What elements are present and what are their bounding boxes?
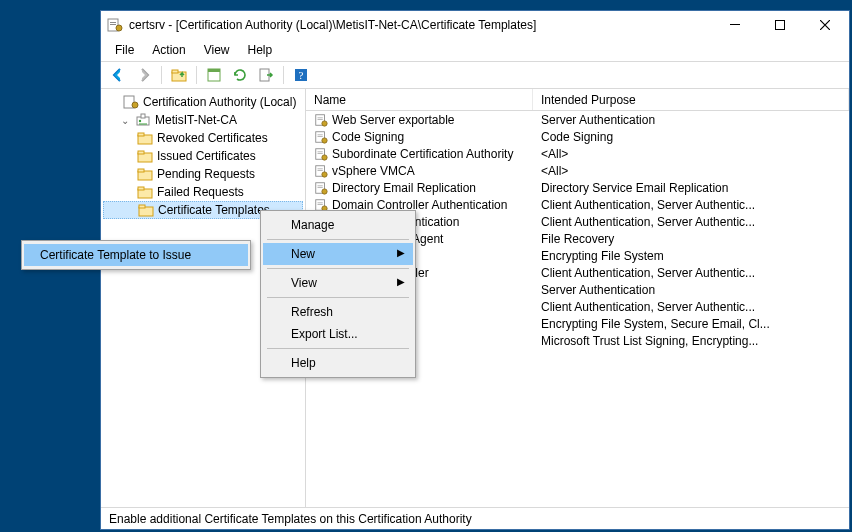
context-menu-separator: [267, 297, 409, 298]
svg-rect-45: [318, 185, 323, 186]
context-menu-export-list[interactable]: Export List...: [263, 323, 413, 345]
list-row[interactable]: vSphere VMCA<All>: [306, 162, 849, 179]
cell-purpose: File Recovery: [533, 232, 849, 246]
svg-rect-38: [318, 153, 323, 154]
cell-name: Code Signing: [306, 130, 533, 144]
folder-icon: [138, 202, 154, 218]
svg-rect-25: [138, 187, 144, 190]
cell-purpose: Server Authentication: [533, 283, 849, 297]
collapse-icon[interactable]: ⌄: [119, 115, 131, 126]
nav-back-button[interactable]: [107, 64, 129, 86]
certificate-template-icon: [314, 147, 328, 161]
cell-purpose: <All>: [533, 164, 849, 178]
svg-point-17: [139, 120, 141, 122]
refresh-button[interactable]: [229, 64, 251, 86]
svg-rect-33: [318, 134, 323, 135]
svg-point-47: [322, 188, 327, 193]
context-menu-view[interactable]: View ▶: [263, 272, 413, 294]
tree-ca[interactable]: ⌄ MetisIT-Net-CA: [103, 111, 303, 129]
svg-rect-50: [318, 204, 323, 205]
submenu-label: Certificate Template to Issue: [40, 248, 191, 262]
folder-icon: [137, 166, 153, 182]
tree-ca-label: MetisIT-Net-CA: [155, 113, 237, 127]
close-button[interactable]: [802, 11, 847, 39]
ca-root-icon: [123, 94, 139, 110]
cell-purpose: Client Authentication, Server Authentic.…: [533, 215, 849, 229]
certificate-template-icon: [314, 181, 328, 195]
svg-text:?: ?: [299, 69, 304, 81]
svg-rect-30: [318, 119, 323, 120]
menu-help[interactable]: Help: [240, 41, 281, 59]
tree-item-label: Certificate Templates: [158, 203, 270, 217]
svg-rect-21: [138, 151, 144, 154]
column-purpose[interactable]: Intended Purpose: [533, 89, 849, 110]
tree-item-label: Failed Requests: [157, 185, 244, 199]
context-menu-help[interactable]: Help: [263, 352, 413, 374]
context-menu-label: Refresh: [291, 305, 333, 319]
minimize-button[interactable]: [712, 11, 757, 39]
tree-failed[interactable]: Failed Requests: [103, 183, 303, 201]
nav-forward-button[interactable]: [133, 64, 155, 86]
tree-issued[interactable]: Issued Certificates: [103, 147, 303, 165]
cell-name: Directory Email Replication: [306, 181, 533, 195]
up-level-button[interactable]: [168, 64, 190, 86]
svg-rect-42: [318, 170, 323, 171]
cell-purpose: <All>: [533, 147, 849, 161]
cell-purpose: Encrypting File System, Secure Email, Cl…: [533, 317, 849, 331]
toolbar-separator: [161, 66, 162, 84]
svg-point-39: [322, 154, 327, 159]
tree-item-label: Pending Requests: [157, 167, 255, 181]
list-row[interactable]: Code SigningCode Signing: [306, 128, 849, 145]
toolbar-separator: [283, 66, 284, 84]
export-list-button[interactable]: [255, 64, 277, 86]
toolbar-separator: [196, 66, 197, 84]
tree-root-label: Certification Authority (Local): [143, 95, 296, 109]
svg-rect-49: [318, 202, 323, 203]
menu-view[interactable]: View: [196, 41, 238, 59]
svg-point-31: [322, 120, 327, 125]
column-name[interactable]: Name: [306, 89, 533, 110]
context-menu[interactable]: Manage New ▶ View ▶ Refresh Export List.…: [260, 210, 416, 378]
cell-name: Web Server exportable: [306, 113, 533, 127]
row-name-label: Web Server exportable: [332, 113, 455, 127]
cell-purpose: Client Authentication, Server Authentic.…: [533, 198, 849, 212]
row-name-label: vSphere VMCA: [332, 164, 415, 178]
tree-pending[interactable]: Pending Requests: [103, 165, 303, 183]
submenu-arrow-icon: ▶: [397, 276, 405, 287]
menu-file[interactable]: File: [107, 41, 142, 59]
menu-action[interactable]: Action: [144, 41, 193, 59]
help-button[interactable]: ?: [290, 64, 312, 86]
certificate-template-icon: [314, 113, 328, 127]
submenu-arrow-icon: ▶: [397, 247, 405, 258]
svg-point-35: [322, 137, 327, 142]
ca-icon: [135, 112, 151, 128]
context-menu-separator: [267, 348, 409, 349]
cell-purpose: Directory Service Email Replication: [533, 181, 849, 195]
cell-purpose: Microsoft Trust List Signing, Encrypting…: [533, 334, 849, 348]
certificate-template-icon: [314, 130, 328, 144]
svg-rect-5: [775, 21, 784, 30]
context-menu-refresh[interactable]: Refresh: [263, 301, 413, 323]
context-menu-new[interactable]: New ▶: [263, 243, 413, 265]
folder-icon: [137, 148, 153, 164]
list-row[interactable]: Directory Email ReplicationDirectory Ser…: [306, 179, 849, 196]
svg-rect-9: [208, 69, 220, 72]
context-menu-label: View: [291, 276, 317, 290]
tree-root[interactable]: Certification Authority (Local): [103, 93, 303, 111]
svg-rect-23: [138, 169, 144, 172]
submenu-cert-template-to-issue[interactable]: Certificate Template to Issue: [24, 244, 248, 266]
svg-rect-46: [318, 187, 323, 188]
properties-button[interactable]: [203, 64, 225, 86]
list-row[interactable]: Web Server exportableServer Authenticati…: [306, 111, 849, 128]
context-submenu-new[interactable]: Certificate Template to Issue: [21, 240, 251, 270]
maximize-button[interactable]: [757, 11, 802, 39]
row-name-label: Subordinate Certification Authority: [332, 147, 513, 161]
certificate-template-icon: [314, 164, 328, 178]
svg-rect-37: [318, 151, 323, 152]
tree-revoked[interactable]: Revoked Certificates: [103, 129, 303, 147]
list-row[interactable]: Subordinate Certification Authority<All>: [306, 145, 849, 162]
svg-rect-7: [172, 70, 178, 73]
svg-rect-41: [318, 168, 323, 169]
context-menu-manage[interactable]: Manage: [263, 214, 413, 236]
svg-rect-27: [139, 205, 145, 208]
